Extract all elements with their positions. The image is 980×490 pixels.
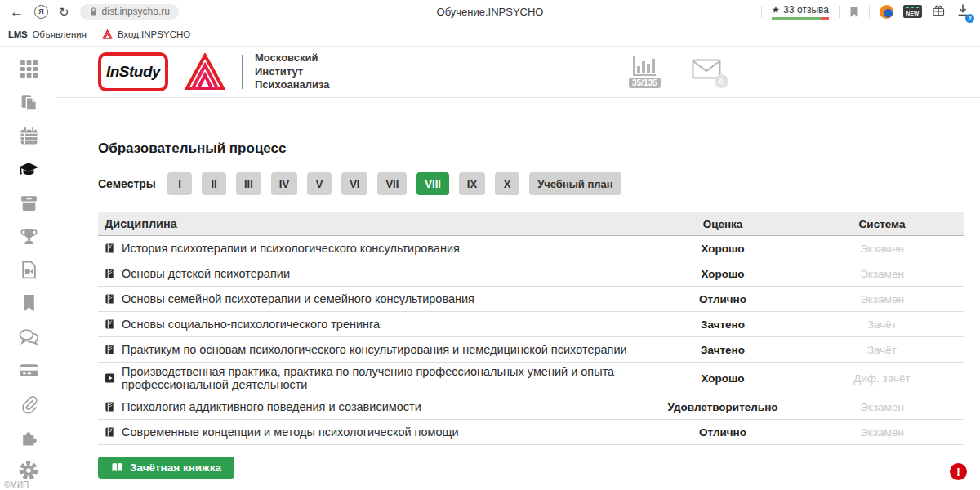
star-icon: ★ — [772, 4, 781, 16]
system-cell: Зачёт — [800, 344, 964, 356]
system-cell: Экзамен — [800, 426, 964, 439]
payments-card-icon[interactable] — [18, 359, 39, 381]
address-bar[interactable]: dist.inpsycho.ru — [80, 4, 179, 20]
institute-name: Московский Институт Психоанализа — [255, 51, 346, 93]
disciplines-table: Дисциплина Оценка Система История психот… — [98, 212, 964, 445]
system-cell: Экзамен — [800, 401, 964, 413]
progress-stats[interactable]: 35/135 — [629, 55, 661, 88]
table-row[interactable]: Современные концепции и методы психологи… — [98, 420, 964, 445]
book-icon — [105, 318, 115, 330]
book-icon — [111, 462, 123, 473]
system-cell: Экзамен — [800, 293, 964, 305]
education-icon[interactable] — [18, 158, 39, 180]
grade-cell: Зачтено — [645, 344, 800, 356]
system-cell: Экзамен — [800, 243, 964, 255]
page-title: Образовательный процесс — [98, 140, 964, 157]
table-row[interactable]: Основы социально-психологического тренин… — [98, 312, 964, 337]
semester-buttons: IIIIIIIVVVIVIIVIIIIXXУчебный план — [167, 172, 621, 195]
mail-widget[interactable]: 0 — [692, 59, 721, 82]
bookmarks-icon[interactable] — [18, 292, 39, 314]
calendar-icon[interactable] — [18, 125, 39, 146]
divider — [869, 6, 870, 18]
attachments-paperclip-icon[interactable] — [18, 393, 39, 414]
divider — [242, 55, 243, 89]
grade-cell: Удовлетворительно — [645, 401, 800, 413]
disciplines-table-body: История психотерапии и психологического … — [98, 236, 964, 445]
alert-icon[interactable]: ! — [950, 463, 967, 480]
semester-button-v[interactable]: V — [307, 172, 332, 195]
semester-button-vii[interactable]: VII — [377, 172, 407, 195]
table-row[interactable]: Практикум по основам психологического ко… — [98, 337, 964, 363]
settings-gear-icon[interactable] — [18, 460, 39, 481]
semester-button-x[interactable]: X — [495, 172, 519, 195]
extension-icon[interactable] — [932, 3, 946, 20]
lms-favicon: LMS — [8, 29, 27, 39]
system-cell: Диф. зачёт — [800, 372, 964, 385]
mip-triangle-logo[interactable] — [183, 53, 227, 91]
discipline-cell: Основы социально-психологического тренин… — [98, 318, 645, 331]
book-icon — [105, 268, 115, 279]
table-row[interactable]: Основы семейной психотерапии и семейного… — [98, 287, 964, 312]
table-row[interactable]: Основы детской психотерапииХорошоЭкзамен — [98, 261, 964, 287]
url-text: dist.inpsycho.ru — [102, 6, 170, 17]
copyright-label: ©МИП — [4, 480, 29, 489]
table-row[interactable]: История психотерапии и психологического … — [98, 236, 964, 261]
back-icon[interactable]: ← — [10, 5, 24, 19]
grade-cell: Хорошо — [645, 372, 800, 385]
archive-box-icon[interactable] — [18, 192, 39, 213]
table-row[interactable]: Производственная практика, практика по п… — [98, 363, 964, 394]
yandex-icon[interactable]: Я — [34, 5, 48, 19]
discipline-name: Основы социально-психологического тренин… — [122, 318, 380, 331]
semester-button-iii[interactable]: III — [236, 172, 261, 195]
messages-icon[interactable] — [18, 326, 39, 347]
discipline-name: Основы семейной психотерапии и семейного… — [122, 292, 474, 305]
documents-icon[interactable] — [18, 91, 39, 113]
system-cell: Экзамен — [800, 268, 964, 280]
table-header-row: Дисциплина Оценка Система — [98, 212, 964, 236]
book-icon — [105, 293, 115, 305]
column-header-grade: Оценка — [645, 218, 800, 230]
semester-button-учебный-план[interactable]: Учебный план — [529, 172, 621, 195]
bookmark-item-lms[interactable]: LMS Объявления — [8, 29, 87, 39]
reviews-rating-bar — [772, 17, 829, 20]
integrations-puzzle-icon[interactable] — [18, 426, 39, 448]
downloads-icon[interactable]: 2 — [956, 3, 970, 20]
discipline-cell: История психотерапии и психологического … — [98, 242, 645, 255]
bookmark-flag-icon[interactable] — [849, 6, 859, 18]
apps-grid-icon[interactable] — [18, 58, 39, 79]
instudy-logo[interactable]: InStudy — [98, 52, 168, 91]
mail-badge: 0 — [715, 74, 728, 88]
semester-button-ii[interactable]: II — [202, 172, 226, 195]
book-icon — [105, 243, 115, 254]
divider — [839, 6, 840, 18]
semester-button-vi[interactable]: VI — [341, 172, 368, 195]
sidebar: ©МИП — [0, 47, 57, 490]
browser-profile-icon[interactable] — [880, 5, 893, 19]
discipline-cell: Основы детской психотерапии — [98, 267, 645, 280]
discipline-cell: Психология аддиктивного поведения и соза… — [98, 400, 645, 413]
semester-button-i[interactable]: I — [167, 172, 192, 195]
bar-chart-icon — [632, 55, 657, 77]
bookmark-item-inpsycho[interactable]: Вход.INPSYCHO — [102, 29, 190, 39]
browser-toolbar: ← Я ↻ dist.inpsycho.ru Обучение.INPSYCHO… — [0, 0, 980, 23]
grade-cell: Отлично — [645, 293, 800, 305]
gradebook-button[interactable]: Зачётная книжка — [98, 457, 234, 479]
downloads-badge: 2 — [965, 14, 974, 23]
page-header: InStudy Московский Институт Психоанализа… — [57, 47, 980, 98]
divider — [761, 6, 762, 18]
achievements-trophy-icon[interactable] — [18, 225, 39, 247]
semester-button-iv[interactable]: IV — [271, 172, 297, 195]
lock-icon — [89, 7, 98, 16]
refresh-icon[interactable]: ↻ — [59, 6, 69, 18]
semester-button-viii[interactable]: VIII — [416, 172, 449, 195]
book-icon — [105, 401, 115, 412]
table-row[interactable]: Психология аддиктивного поведения и соза… — [98, 394, 964, 420]
discipline-name: История психотерапии и психологического … — [122, 242, 460, 255]
reviews-widget[interactable]: ★ 33 отзыва — [772, 4, 829, 20]
video-materials-icon[interactable] — [18, 259, 39, 280]
new-tab-extension-icon[interactable]: NEW — [903, 5, 922, 18]
semesters-label: Семестры — [98, 177, 167, 190]
bookmarks-bar: LMS Объявления Вход.INPSYCHO — [0, 23, 980, 47]
semester-button-ix[interactable]: IX — [459, 172, 485, 195]
play-icon — [105, 372, 115, 384]
